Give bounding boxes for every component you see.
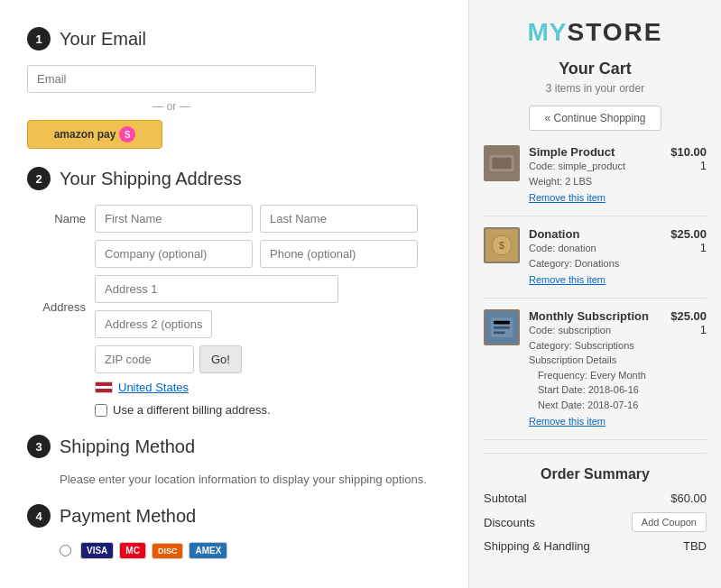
- billing-checkbox[interactable]: [95, 404, 107, 417]
- discover-badge: DISC: [152, 543, 184, 559]
- cart-item-1-details: Simple Product Code: simple_product Weig…: [529, 145, 663, 205]
- cart-item-1-remove[interactable]: Remove this item: [529, 192, 605, 203]
- email-input-wrap: — or — amazon pay S: [27, 65, 441, 149]
- cart-item-2-right: $25.00 1: [663, 227, 707, 287]
- cart-item-2-remove[interactable]: Remove this item: [529, 274, 605, 285]
- name-label: Name: [27, 212, 86, 225]
- step1-header: 1 Your Email: [27, 27, 441, 51]
- phone-input[interactable]: [260, 240, 418, 268]
- go-button[interactable]: Go!: [199, 345, 242, 373]
- cart-item-3-qty: 1: [700, 323, 707, 336]
- cart-item-1-name: Simple Product: [529, 145, 663, 159]
- svg-rect-9: [494, 326, 510, 329]
- cart-item-3-details: Monthly Subscription Code: subscription …: [529, 309, 663, 428]
- amazon-pay-button[interactable]: amazon pay S: [27, 120, 162, 149]
- logo-my: MY: [528, 18, 568, 46]
- cart-item-2-price: $25.00: [670, 227, 707, 241]
- step3-title: Shipping Method: [60, 436, 195, 457]
- shipping-section: 2 Your Shipping Address Name Address: [27, 167, 441, 417]
- step3-circle: 3: [27, 435, 51, 458]
- country-row: United States: [95, 381, 441, 394]
- cart-item-1-code: Code: simple_product: [529, 159, 663, 174]
- address1-input[interactable]: [95, 275, 338, 303]
- step2-title: Your Shipping Address: [60, 169, 242, 189]
- zip-input[interactable]: [95, 345, 194, 373]
- payment-options: VISA MC DISC AMEX: [60, 542, 441, 559]
- cart-item-1-weight: Weight: 2 LBS: [529, 174, 663, 189]
- zip-row: Go!: [95, 345, 441, 373]
- email-section: 1 Your Email — or — amazon pay S: [27, 27, 441, 149]
- address-inputs: [95, 275, 441, 338]
- step4-header: 4 Payment Method: [27, 504, 441, 528]
- billing-row: Use a different billing address.: [95, 403, 441, 417]
- order-summary-title: Order Summary: [484, 453, 707, 482]
- cart-item-3-category: Category: Subscriptions: [529, 338, 663, 354]
- cart-item-1: Simple Product Code: simple_product Weig…: [484, 145, 707, 216]
- company-input[interactable]: [95, 240, 253, 268]
- cart-item-2-image: $: [484, 227, 520, 263]
- credit-card-radio[interactable]: [60, 545, 71, 556]
- name-inputs: [95, 205, 418, 233]
- company-inputs: [95, 240, 418, 268]
- step4-circle: 4: [27, 504, 51, 528]
- right-panel: MYSTORE Your Cart 3 items in your order …: [468, 0, 721, 588]
- step1-title: Your Email: [60, 29, 146, 50]
- last-name-input[interactable]: [260, 205, 418, 233]
- cart-item-2-details: Donation Code: donation Category: Donati…: [529, 227, 663, 287]
- name-row: Name: [27, 205, 441, 233]
- company-row: [27, 240, 441, 268]
- subtotal-value: $60.00: [670, 492, 707, 505]
- cart-item-2-name: Donation: [529, 227, 663, 241]
- billing-label: Use a different billing address.: [113, 403, 271, 417]
- step3-header: 3 Shipping Method: [27, 435, 441, 458]
- cart-item-3-name: Monthly Subscription: [529, 309, 663, 323]
- first-name-input[interactable]: [95, 205, 253, 233]
- cart-item-3-frequency: Frequency: Every Month: [538, 368, 663, 383]
- step4-title: Payment Method: [60, 506, 196, 527]
- continue-shopping-button[interactable]: « Continue Shopping: [529, 106, 661, 131]
- subtotal-label: Subtotal: [484, 492, 527, 505]
- shipping-method-section: 3 Shipping Method Please enter your loca…: [27, 435, 441, 486]
- shipping-value: TBD: [683, 539, 707, 553]
- us-flag-icon: [95, 381, 113, 393]
- svg-text:$: $: [499, 240, 504, 251]
- mastercard-badge: MC: [119, 542, 146, 559]
- cart-item-3-price: $25.00: [670, 309, 707, 323]
- cart-item-3-code: Code: subscription: [529, 323, 663, 338]
- payment-section: 4 Payment Method VISA MC DISC AMEX: [27, 504, 441, 559]
- address2-input[interactable]: [95, 310, 212, 338]
- shipping-row: Shipping & Handling TBD: [484, 539, 707, 553]
- email-input[interactable]: [27, 65, 316, 93]
- amazon-pay-label: amazon pay: [54, 128, 116, 141]
- cart-item-3-next-date: Next Date: 2018-07-16: [538, 398, 663, 413]
- cart-item-3-start-date: Start Date: 2018-06-16: [538, 382, 663, 398]
- store-logo: MYSTORE: [484, 18, 707, 47]
- svg-rect-8: [494, 321, 510, 325]
- amazon-pay-icon: S: [119, 126, 135, 142]
- cart-item-2-code: Code: donation: [529, 241, 663, 256]
- country-link[interactable]: United States: [118, 381, 189, 394]
- svg-rect-10: [494, 332, 505, 335]
- cart-subtitle: 3 items in your order: [484, 82, 707, 95]
- visa-badge: VISA: [80, 542, 114, 559]
- discounts-row: Discounts Add Coupon: [484, 512, 707, 532]
- cart-item-3: Monthly Subscription Code: subscription …: [484, 309, 707, 440]
- cart-item-3-right: $25.00 1: [663, 309, 707, 428]
- cart-item-3-remove[interactable]: Remove this item: [529, 416, 605, 427]
- shipping-label: Shipping & Handling: [484, 539, 590, 553]
- cart-item-1-right: $10.00 1: [663, 145, 707, 205]
- discounts-label: Discounts: [484, 516, 535, 529]
- logo-store: STORE: [568, 18, 663, 46]
- left-panel: 1 Your Email — or — amazon pay S 2 Your …: [0, 0, 468, 588]
- cart-title: Your Cart: [484, 60, 707, 78]
- add-coupon-button[interactable]: Add Coupon: [632, 512, 707, 532]
- cart-item-1-qty: 1: [700, 159, 707, 172]
- cart-item-2-qty: 1: [700, 241, 707, 254]
- subtotal-row: Subtotal $60.00: [484, 492, 707, 505]
- cart-item-1-image: [484, 145, 520, 181]
- shipping-method-info: Please enter your location information t…: [60, 473, 441, 486]
- cart-item-2-category: Category: Donations: [529, 256, 663, 271]
- amex-badge: AMEX: [189, 542, 227, 559]
- cart-item-2: $ Donation Code: donation Category: Dona…: [484, 227, 707, 299]
- main-container: 1 Your Email — or — amazon pay S 2 Your …: [0, 0, 721, 588]
